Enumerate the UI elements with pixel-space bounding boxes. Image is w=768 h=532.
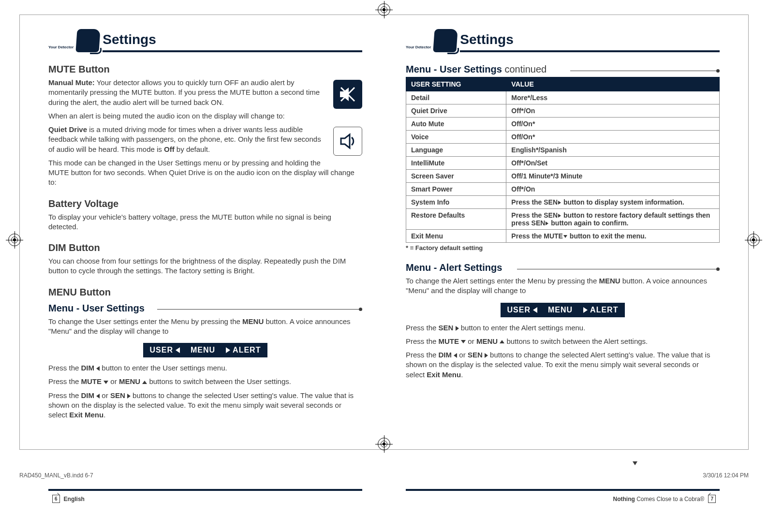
triangle-up-icon: [500, 340, 504, 343]
setting-value: Press the MUTE button to exit the menu.: [506, 230, 720, 243]
lcd-user: USER: [150, 346, 173, 355]
setting-name: Detail: [406, 91, 506, 104]
setting-name: Auto Mute: [406, 118, 506, 131]
setting-value: English*/Spanish: [506, 144, 720, 157]
t: SEN: [110, 391, 125, 399]
t: or: [100, 391, 110, 399]
menu-alert-settings-heading: Menu - Alert Settings: [406, 262, 720, 273]
table-row: System InfoPress the SEN button to displ…: [406, 196, 720, 209]
page-footer-left: 6 English: [48, 489, 362, 503]
setting-value: Off/On*: [506, 131, 720, 144]
t: DIM: [81, 364, 95, 372]
slug-filename: RAD450_MANL_vB.indd 6-7: [19, 472, 93, 479]
page-right: Your Detector Settings Menu - User Setti…: [406, 29, 720, 503]
press-mute-menu-switch: Press the MUTE or MENU buttons to switch…: [48, 377, 362, 386]
table-row: Exit MenuPress the MUTE button to exit t…: [406, 230, 720, 243]
setting-value: Off/On*: [506, 118, 720, 131]
t: Exit Menu: [427, 370, 461, 379]
lcd-alert: ALERT: [233, 346, 261, 355]
quiet-drive-paragraph-2: This mode can be changed in the User Set…: [48, 158, 362, 188]
table-row: VoiceOff/On*: [406, 131, 720, 144]
table-row: DetailMore*/Less: [406, 91, 720, 104]
print-slug-line: RAD450_MANL_vB.indd 6-7 3/30/16 12:04 PM: [19, 472, 749, 479]
setting-name: Voice: [406, 131, 506, 144]
dim-button-heading: DIM Button: [48, 242, 362, 253]
page-left: Your Detector Settings MUTE Button Manua…: [48, 29, 362, 503]
th-user-setting: USER SETTING: [406, 77, 506, 91]
t: To change the User settings enter the Me…: [48, 317, 242, 325]
lcd-display-bar: USER MENU ALERT: [143, 343, 268, 357]
t: Press the: [48, 391, 81, 399]
footer-tagline: Nothing Comes Close to a Cobra®: [613, 496, 705, 502]
t: Press the: [406, 324, 439, 332]
setting-value: Press the SEN button to restore factory …: [506, 209, 720, 230]
press-mute-menu-alert: Press the MUTE or MENU buttons to switch…: [406, 337, 720, 346]
setting-name: Exit Menu: [406, 230, 506, 243]
quiet-drive-label: Quiet Drive: [48, 125, 87, 133]
t: or: [108, 377, 119, 385]
t: Press the: [48, 364, 81, 372]
t: Press the: [406, 337, 439, 345]
triangle-right-icon: [583, 307, 588, 313]
triangle-up-icon: [142, 381, 147, 384]
t: SEN: [439, 324, 454, 332]
t: MENU: [242, 317, 264, 325]
setting-name: Restore Defaults: [406, 209, 506, 230]
triangle-right-icon: [558, 214, 561, 218]
t: or: [466, 337, 476, 345]
t: Comes Close to a Cobra®: [635, 496, 705, 502]
t: Press the: [48, 377, 81, 385]
cobra-logo-icon: [433, 29, 458, 52]
battery-voltage-text: To display your vehicle's battery voltag…: [48, 212, 362, 232]
lcd-display-bar: USER MENU ALERT: [501, 303, 625, 317]
table-row: Smart PowerOff*/On: [406, 183, 720, 196]
registration-mark-icon: [7, 232, 22, 248]
setting-name: IntelliMute: [406, 157, 506, 170]
setting-name: Language: [406, 144, 506, 157]
triangle-right-icon: [127, 394, 131, 399]
setting-name: Smart Power: [406, 183, 506, 196]
page-number-7: 7: [708, 495, 716, 503]
page-number-6: 6: [52, 495, 60, 503]
table-row: Auto MuteOff/On*: [406, 118, 720, 131]
triangle-right-icon: [546, 222, 548, 225]
t: button to enter the User settings menu.: [100, 364, 227, 372]
t: DIM: [439, 351, 452, 359]
page-header-right: Your Detector Settings: [406, 29, 720, 52]
manual-mute-label: Manual Mute:: [48, 78, 95, 87]
t: MENU: [119, 377, 140, 385]
t: .: [461, 370, 463, 379]
registration-mark-icon: [376, 2, 392, 17]
setting-name: Quiet Drive: [406, 104, 506, 118]
triangle-right-icon: [456, 326, 459, 331]
triangle-down-icon: [461, 340, 466, 343]
triangle-left-icon: [533, 307, 537, 313]
battery-voltage-heading: Battery Voltage: [48, 198, 362, 209]
t: MENU: [476, 337, 498, 345]
t: continued: [502, 64, 546, 74]
triangle-down-icon: [563, 235, 567, 238]
setting-value: Off/1 Minute*/3 Minute: [506, 170, 720, 183]
setting-value: Off*/On: [506, 183, 720, 196]
press-sen-enter-alert: Press the SEN button to enter the Alert …: [406, 323, 720, 333]
manual-mute-paragraph: Manual Mute: Your detector allows you to…: [48, 78, 362, 107]
lcd-user: USER: [507, 306, 531, 314]
t: or: [457, 351, 468, 359]
registration-mark-icon: [376, 436, 392, 452]
your-detector-label: Your Detector: [406, 45, 431, 49]
menu-button-heading: MENU Button: [48, 287, 362, 298]
mute-button-heading: MUTE Button: [48, 64, 362, 75]
speaker-quiet-icon: [333, 127, 362, 156]
registration-mark-icon: [746, 232, 761, 248]
t: buttons to switch between the User setti…: [147, 377, 291, 385]
lcd-alert: ALERT: [590, 306, 618, 314]
user-settings-table: USER SETTING VALUE DetailMore*/LessQuiet…: [406, 77, 720, 243]
quiet-drive-tail: by default.: [175, 145, 210, 153]
t: Press the: [406, 351, 439, 359]
setting-name: Screen Saver: [406, 170, 506, 183]
menu-user-intro: To change the User settings enter the Me…: [48, 317, 362, 337]
t: DIM: [81, 391, 95, 399]
user-settings-continued-heading: Menu - User Settings continued: [406, 64, 720, 75]
press-dim-enter: Press the DIM button to enter the User s…: [48, 363, 362, 373]
t: Menu - User Settings: [406, 64, 502, 74]
